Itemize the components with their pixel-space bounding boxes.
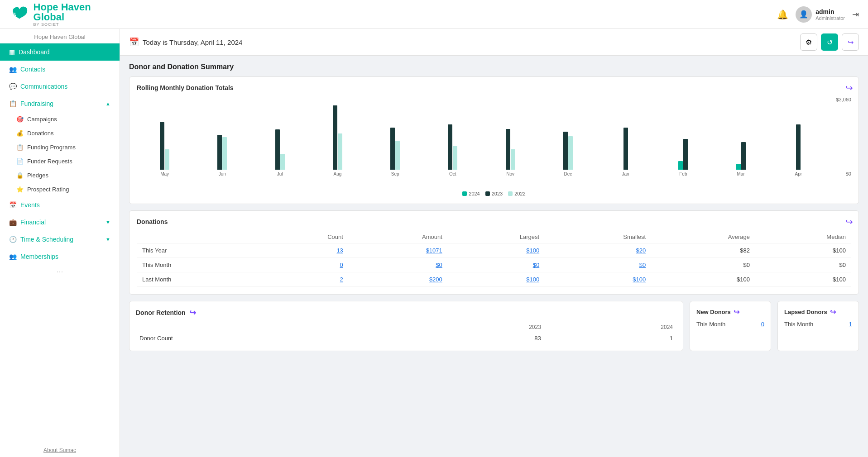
toolbar-actions: ⚙ ↺ ↪ (800, 33, 859, 51)
sidebar-item-fundraising[interactable]: 📋 Fundraising ▲ (0, 95, 120, 112)
bar-2022 (511, 149, 515, 170)
bar-2023 (796, 124, 801, 170)
bar-2023 (448, 124, 452, 170)
sidebar-item-financial[interactable]: 💼 Financial ▼ (0, 214, 120, 231)
communications-icon: 💬 (9, 83, 17, 90)
row-cell: $0 (651, 258, 755, 272)
col-largest: Largest (448, 231, 545, 243)
refresh-button[interactable]: ↺ (821, 33, 838, 51)
retention-col-2023: 2023 (413, 322, 545, 332)
cell-link[interactable]: $100 (526, 276, 539, 283)
main-toolbar: 📅 Today is Thursday, April 11, 2024 ⚙ ↺ … (120, 29, 868, 56)
bar-2022 (395, 141, 400, 170)
sidebar-item-funding-programs[interactable]: 📋 Funding Programs (0, 140, 120, 154)
sidebar-item-donations[interactable]: 💰 Donations (0, 126, 120, 140)
cell-link[interactable]: $0 (533, 262, 539, 268)
row-cell: $100 (651, 272, 755, 287)
new-donors-month-label: This Month (696, 321, 725, 328)
calendar-icon: 📅 (129, 37, 139, 47)
donations-table-header: Count Amount Largest Smallest Average Me… (137, 231, 851, 243)
row-cell[interactable]: 0 (264, 258, 349, 272)
bar-2023 (623, 128, 628, 170)
row-cell[interactable]: 13 (264, 243, 349, 258)
cell-link[interactable]: 0 (340, 262, 343, 268)
sidebar: Hope Haven Global ▦ Dashboard 👥 Contacts… (0, 29, 120, 457)
logout-icon[interactable]: ⇥ (852, 10, 859, 19)
user-info[interactable]: 👤 admin Administrator (796, 6, 845, 23)
cell-link[interactable]: $1071 (426, 247, 442, 254)
new-donors-share-button[interactable]: ↪ (734, 308, 739, 316)
new-donors-value-link[interactable]: 0 (761, 321, 764, 328)
donations-share-button[interactable]: ↪ (845, 216, 853, 227)
lapsed-donors-month-value[interactable]: 1 (849, 321, 852, 328)
chart-share-button[interactable]: ↪ (845, 82, 853, 93)
sidebar-item-prospect-rating[interactable]: ⭐ Prospect Rating (0, 182, 120, 196)
chart-bars: MayJunJulAugSepOctNovDecJanFebMarApr (137, 97, 826, 176)
funder-requests-icon: 📄 (16, 158, 24, 165)
top-header: Hope Haven Global BY SOCIET 🔔 👤 admin Ad… (0, 0, 868, 29)
bar-2022 (280, 154, 285, 170)
new-donors-title: New Donors ↪ (696, 308, 764, 316)
row-cell[interactable]: $0 (545, 258, 651, 272)
row-cell[interactable]: $100 (448, 243, 545, 258)
bar-2022 (338, 133, 342, 170)
bars-row (425, 97, 480, 170)
row-cell[interactable]: $20 (545, 243, 651, 258)
today-label: Today is Thursday, April 11, 2024 (143, 38, 242, 46)
new-donors-month-value[interactable]: 0 (761, 321, 764, 328)
sidebar-item-time-scheduling[interactable]: 🕐 Time & Scheduling ▼ (0, 231, 120, 248)
lapsed-donors-value-link[interactable]: 1 (849, 321, 852, 328)
cell-link[interactable]: $200 (429, 276, 442, 283)
notification-icon[interactable]: 🔔 (777, 9, 788, 20)
row-cell[interactable]: $100 (448, 272, 545, 287)
sidebar-item-campaigns[interactable]: 🎯 Campaigns (0, 112, 120, 126)
bars-row (194, 97, 250, 170)
col-smallest: Smallest (545, 231, 651, 243)
sidebar-item-memberships[interactable]: 👥 Memberships (0, 248, 120, 265)
cell-link[interactable]: 13 (336, 247, 343, 254)
cell-link[interactable]: $20 (636, 247, 646, 254)
donor-retention-share-button[interactable]: ↪ (189, 308, 196, 318)
sidebar-item-donations-label: Donations (27, 130, 54, 137)
memberships-icon: 👥 (9, 253, 17, 260)
col-average: Average (651, 231, 755, 243)
bottom-row: Donor Retention ↪ 2023 2024 (129, 301, 859, 351)
cell-link[interactable]: $100 (633, 276, 646, 283)
table-row: This Year13$1071$100$20$82$100 (137, 243, 851, 258)
retention-col-label (136, 322, 413, 332)
row-cell[interactable]: 2 (264, 272, 349, 287)
row-cell[interactable]: $0 (349, 258, 448, 272)
sidebar-item-communications-label: Communications (20, 83, 67, 90)
campaigns-icon: 🎯 (16, 116, 24, 123)
bars-row (713, 97, 769, 170)
bars-row (655, 97, 711, 170)
cell-link[interactable]: $0 (639, 262, 646, 268)
cell-link[interactable]: $0 (436, 262, 442, 268)
month-label: Apr (795, 171, 802, 176)
lapsed-donors-share-button[interactable]: ↪ (830, 308, 836, 316)
contacts-icon: 👥 (9, 66, 17, 73)
sidebar-item-events[interactable]: 📅 Events (0, 196, 120, 214)
sidebar-item-contacts[interactable]: 👥 Contacts (0, 61, 120, 78)
sidebar-item-financial-label: Financial (20, 219, 46, 226)
row-cell[interactable]: $1071 (349, 243, 448, 258)
row-cell[interactable]: $200 (349, 272, 448, 287)
bars-row (771, 97, 826, 170)
settings-button[interactable]: ⚙ (800, 33, 817, 51)
cell-link[interactable]: $100 (526, 247, 539, 254)
logo-sumac-label: Hope Haven Global (34, 2, 120, 22)
share-button[interactable]: ↪ (842, 33, 859, 51)
sidebar-item-communications[interactable]: 💬 Communications (0, 78, 120, 95)
dashboard-area: Donor and Donation Summary Rolling Month… (120, 56, 868, 457)
sidebar-item-pledges[interactable]: 🔒 Pledges (0, 168, 120, 182)
about-sumac-link[interactable]: About Sumac (0, 443, 120, 457)
row-cell[interactable]: $0 (448, 258, 545, 272)
row-cell[interactable]: $100 (545, 272, 651, 287)
events-icon: 📅 (9, 201, 17, 209)
legend-label-2023: 2023 (492, 191, 503, 196)
sidebar-item-funder-requests[interactable]: 📄 Funder Requests (0, 154, 120, 168)
chart-legend: 2024 2023 2022 (137, 191, 851, 196)
cell-link[interactable]: 2 (340, 276, 343, 283)
sidebar-item-dashboard[interactable]: ▦ Dashboard (0, 43, 120, 61)
row-cell: $82 (651, 243, 755, 258)
